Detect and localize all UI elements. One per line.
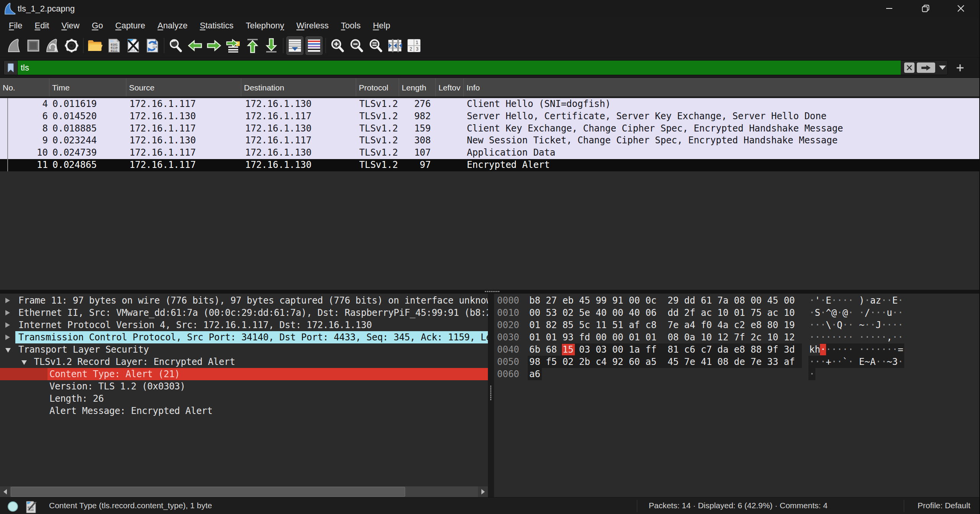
expand-arrow-icon[interactable] [5, 310, 10, 315]
packet-row-8[interactable]: 80.018885172.16.1.117172.16.1.130TLSv1.2… [0, 123, 980, 135]
expand-arrow-icon[interactable] [5, 298, 10, 303]
expand-arrow-icon[interactable] [5, 335, 10, 340]
capture-comments-icon[interactable]: 0101 0110 [25, 501, 38, 514]
detail-row-0[interactable]: Frame 11: 97 bytes on wire (776 bits), 9… [0, 294, 488, 307]
close-file-button[interactable]: 011 [125, 36, 142, 55]
detail-row-8[interactable]: Length: 26 [0, 392, 488, 405]
detail-row-2[interactable]: Internet Protocol Version 4, Src: 172.16… [0, 319, 488, 331]
menu-tools[interactable]: Tools [335, 18, 366, 34]
decor-path [339, 47, 343, 51]
scrollbar-thumb[interactable] [11, 487, 405, 497]
detail-row-1[interactable]: Ethernet II, Src: VMware_dd:61:7a (00:0c… [0, 307, 488, 319]
start-capture-button[interactable] [6, 36, 23, 55]
column-header-no[interactable]: No. [0, 79, 49, 97]
menu-statistics[interactable]: Statistics [194, 18, 240, 34]
details-horizontal-scrollbar[interactable] [0, 486, 488, 497]
packet-row-10[interactable]: 100.024739172.16.1.117172.16.1.130TLSv1.… [0, 147, 980, 159]
column-header-length[interactable]: Length [399, 79, 436, 97]
menu-capture[interactable]: Capture [109, 18, 151, 34]
colorize-packets-button[interactable] [306, 36, 322, 55]
filter-bookmark-button[interactable] [4, 61, 18, 75]
minimize-button[interactable] [877, 0, 902, 17]
auto-scroll-button[interactable] [286, 36, 303, 55]
collapse-arrow-icon[interactable] [21, 360, 27, 365]
capture-options-button[interactable] [63, 36, 80, 55]
stop-capture-button[interactable] [25, 36, 42, 55]
save-file-button[interactable]: 010101100111 [106, 36, 123, 55]
column-header-destination[interactable]: Destination [241, 79, 356, 97]
filter-clear-button[interactable] [904, 62, 915, 73]
menu-telephony[interactable]: Telephony [240, 18, 290, 34]
menu-view[interactable]: View [55, 18, 85, 34]
detail-row-9[interactable]: Alert Message: Encrypted Alert [0, 405, 488, 417]
hex-row-0020[interactable]: 002001 82 85 5c 11 51 af c8 7e a4 f0 4a … [494, 319, 980, 331]
restart-capture-button[interactable] [44, 36, 61, 55]
filter-history-dropdown[interactable] [939, 66, 946, 70]
detail-row-6[interactable]: Content Type: Alert (21) [0, 368, 488, 380]
go-back-button[interactable] [187, 36, 203, 55]
display-filter-input[interactable] [18, 61, 901, 75]
menu-help[interactable]: Help [367, 18, 396, 34]
zoom-out-button[interactable] [348, 36, 365, 55]
column-header-info[interactable]: Info [464, 79, 980, 97]
decor-span: F [9, 21, 14, 30]
open-file-button[interactable] [87, 36, 103, 55]
detail-row-5[interactable]: TLSv1.2 Record Layer: Encrypted Alert [0, 356, 488, 368]
close-button[interactable] [948, 0, 973, 17]
packet-row-4[interactable]: 40.011619172.16.1.117172.16.1.130TLSv1.2… [0, 98, 980, 110]
column-header-leftov[interactable]: Leftov [436, 79, 464, 97]
reload-file-button[interactable]: 101110 [144, 36, 161, 55]
vertical-splitter[interactable] [488, 294, 494, 497]
menu-analyze[interactable]: Analyze [151, 18, 193, 34]
scroll-right-button[interactable] [478, 486, 488, 497]
restore-button[interactable] [913, 0, 938, 17]
zoom-normal-button[interactable] [367, 36, 384, 55]
hex-row-0030[interactable]: 003001 01 93 fd 00 00 01 01 08 0a 10 12 … [494, 331, 980, 343]
expand-arrow-icon[interactable] [5, 322, 10, 328]
menu-file[interactable]: File [3, 18, 28, 34]
decor-rect [289, 43, 301, 44]
decor-span: 3 [892, 356, 898, 367]
hex-row-0060[interactable]: 0060a6· [494, 368, 980, 380]
detail-row-3[interactable]: Transmission Control Protocol, Src Port:… [0, 331, 488, 343]
hex-row-0050[interactable]: 005098 f5 02 2b c4 92 60 a5 45 7e 41 08 … [494, 356, 980, 368]
decor-span: · [837, 295, 842, 306]
go-to-packet-button[interactable] [225, 36, 242, 55]
packet-row-6[interactable]: 60.014520172.16.1.130172.16.1.117TLSv1.2… [0, 110, 980, 123]
menu-edit[interactable]: Edit [28, 18, 55, 34]
menu-wireless[interactable]: Wireless [290, 18, 335, 34]
decor-span: · [887, 344, 892, 355]
decor-span: · [892, 307, 898, 318]
go-first-packet-button[interactable] [244, 36, 261, 55]
go-last-packet-button[interactable] [263, 36, 280, 55]
packet-row-11[interactable]: 110.024865172.16.1.117172.16.1.130TLSv1.… [0, 159, 980, 171]
resize-columns-button[interactable] [386, 36, 403, 55]
close-icon [956, 4, 965, 13]
go-forward-button[interactable] [206, 36, 223, 55]
collapse-arrow-icon[interactable] [5, 348, 11, 353]
filter-add-button[interactable] [952, 60, 968, 75]
decor-rect [228, 51, 238, 53]
decor-span: E [892, 295, 898, 306]
horizontal-splitter[interactable] [0, 290, 980, 294]
profile-label[interactable]: Profile: Default [918, 498, 970, 514]
cell-length: 308 [399, 135, 436, 147]
fit-columns-button[interactable]: 123 [406, 36, 422, 55]
packet-row-9[interactable]: 90.023244172.16.1.130172.16.1.117TLSv1.2… [0, 135, 980, 147]
menu-go[interactable]: Go [86, 18, 109, 34]
column-header-source[interactable]: Source [126, 79, 241, 97]
hex-row-0040[interactable]: 00406b 68 15 03 03 00 1a ff 81 c6 c7 da … [494, 343, 980, 356]
filter-apply-button[interactable] [917, 62, 935, 73]
scroll-left-button[interactable] [0, 486, 10, 497]
find-packet-button[interactable] [167, 36, 184, 55]
decor-rect [398, 39, 399, 52]
detail-row-4[interactable]: Transport Layer Security [0, 343, 488, 356]
column-header-protocol[interactable]: Protocol [356, 79, 399, 97]
hex-row-0000[interactable]: 0000b8 27 eb 45 99 91 00 0c 29 dd 61 7a … [494, 294, 980, 307]
detail-row-7[interactable]: Version: TLS 1.2 (0x0303) [0, 380, 488, 392]
expert-info-icon[interactable] [8, 501, 18, 512]
zoom-in-button[interactable] [329, 36, 346, 55]
column-header-time[interactable]: Time [49, 79, 126, 97]
hex-row-0010[interactable]: 001000 53 02 5e 40 00 40 06 dd 2f ac 10 … [494, 307, 980, 319]
decor-span: · [865, 332, 870, 343]
